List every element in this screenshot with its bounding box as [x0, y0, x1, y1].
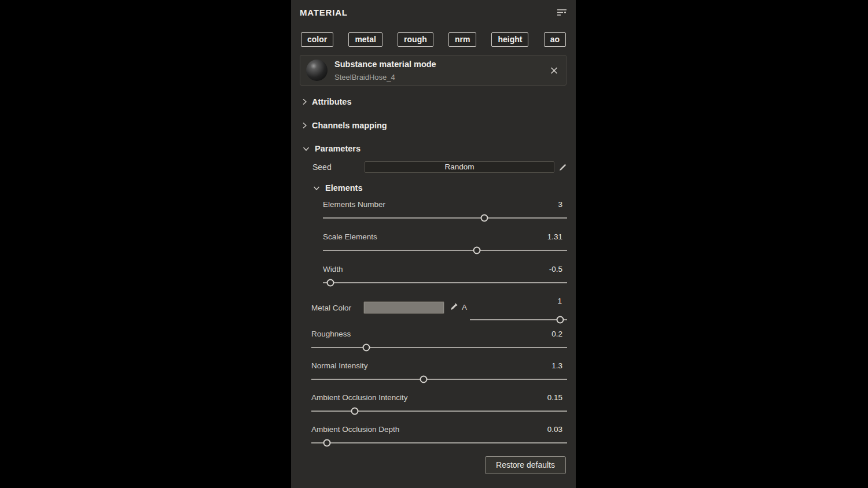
slider-handle[interactable]	[473, 247, 480, 254]
slider-handle[interactable]	[326, 279, 334, 287]
material-mode-title: Substance material mode	[334, 60, 436, 69]
metal-color-swatch[interactable]	[363, 301, 444, 314]
slider-value: 1.3	[551, 361, 567, 370]
slider-track[interactable]	[311, 439, 567, 447]
material-panel: MATERIAL color metal rough nrm height ao…	[291, 0, 576, 488]
slider-value: 0.03	[547, 425, 567, 434]
section-parameters[interactable]: Parameters	[291, 143, 576, 154]
channel-metal-button[interactable]: metal	[348, 32, 382, 47]
slider-track[interactable]	[323, 246, 567, 254]
channel-buttons-row: color metal rough nrm height ao	[291, 32, 576, 47]
slider-label: Scale Elements	[323, 232, 377, 241]
slider-handle[interactable]	[480, 215, 488, 222]
section-channels-mapping[interactable]: Channels mapping	[291, 120, 576, 131]
section-elements[interactable]: Elements	[291, 183, 576, 193]
chevron-right-icon	[303, 98, 307, 105]
section-elements-label: Elements	[325, 183, 362, 193]
slider-elements-number: Elements Number 3	[323, 199, 567, 222]
chevron-right-icon	[303, 122, 307, 129]
slider-label: Width	[323, 265, 343, 273]
material-sphere-thumbnail[interactable]	[306, 60, 328, 81]
alpha-slider-value: 1	[557, 297, 562, 305]
edit-pencil-icon[interactable]	[559, 163, 567, 171]
slider-width: Width -0.5	[323, 264, 567, 287]
restore-defaults-button[interactable]: Restore defaults	[485, 456, 566, 474]
material-card-text: Substance material mode SteelBraidHose_4	[334, 60, 436, 82]
section-channels-mapping-label: Channels mapping	[312, 121, 387, 130]
channel-ao-button[interactable]: ao	[544, 32, 566, 47]
section-attributes-label: Attributes	[312, 97, 351, 106]
seed-row: Seed	[312, 161, 567, 173]
slider-roughness: Roughness 0.2	[311, 329, 567, 352]
panel-options-icon[interactable]	[557, 8, 567, 17]
section-parameters-label: Parameters	[315, 144, 361, 153]
slider-track[interactable]	[311, 343, 567, 352]
eyedropper-icon[interactable]	[450, 302, 458, 310]
slider-value: 0.2	[551, 330, 567, 338]
slider-normal-intensity: Normal Intensity 1.3	[311, 361, 567, 383]
slider-ambient-occlusion-intensity: Ambient Occlusion Intencity 0.15	[311, 393, 567, 415]
slider-label: Ambient Occlusion Depth	[311, 425, 399, 434]
slider-track[interactable]	[323, 279, 567, 287]
slider-track[interactable]	[323, 214, 567, 222]
slider-handle[interactable]	[420, 376, 428, 383]
panel-title: MATERIAL	[300, 8, 348, 17]
slider-label: Ambient Occlusion Intencity	[311, 393, 408, 402]
slider-label: Elements Number	[323, 200, 385, 209]
channel-nrm-button[interactable]: nrm	[448, 32, 476, 47]
metal-color-label: Metal Color	[311, 304, 351, 312]
slider-scale-elements: Scale Elements 1.31	[323, 232, 567, 254]
chevron-down-icon	[303, 147, 310, 151]
slider-handle[interactable]	[363, 344, 370, 352]
seed-label: Seed	[312, 162, 365, 172]
panel-header: MATERIAL	[291, 0, 576, 17]
material-mode-card: Substance material mode SteelBraidHose_4	[300, 55, 567, 86]
slider-label: Roughness	[311, 330, 351, 338]
channel-height-button[interactable]: height	[491, 32, 528, 47]
close-icon[interactable]	[550, 66, 558, 74]
metal-color-row: Metal Color A 1	[311, 297, 567, 327]
channel-rough-button[interactable]: rough	[398, 32, 433, 47]
slider-value: 1.31	[547, 232, 567, 241]
slider-track[interactable]	[311, 407, 567, 415]
alpha-slider-track[interactable]	[470, 316, 567, 324]
alpha-channel-label: A	[462, 303, 467, 312]
slider-label: Normal Intensity	[311, 361, 368, 370]
slider-value: 3	[558, 200, 567, 209]
slider-handle[interactable]	[323, 439, 330, 447]
slider-value: -0.5	[549, 265, 567, 273]
slider-handle[interactable]	[351, 408, 359, 415]
slider-handle[interactable]	[557, 316, 564, 324]
slider-ambient-occlusion-depth: Ambient Occlusion Depth 0.03	[311, 424, 567, 447]
slider-value: 0.15	[547, 393, 567, 402]
chevron-down-icon	[313, 186, 320, 190]
seed-input[interactable]	[365, 161, 554, 173]
section-attributes[interactable]: Attributes	[291, 97, 576, 107]
channel-color-button[interactable]: color	[301, 32, 333, 47]
slider-track[interactable]	[311, 375, 567, 383]
material-name: SteelBraidHose_4	[334, 73, 436, 82]
